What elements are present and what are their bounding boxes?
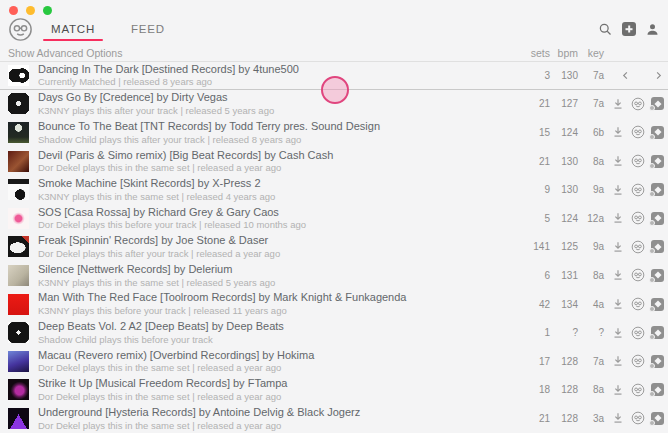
track-title: SOS [Casa Rossa] by Richard Grey & Gary … [38, 206, 510, 220]
sets-count: 5 [510, 213, 550, 224]
track-subtitle: K3NNY plays this in the same set | relea… [38, 191, 510, 202]
track-meta: Bounce To The Beat [TNT Records] by Todd… [38, 120, 510, 145]
album-art [8, 236, 29, 257]
add-box-icon[interactable] [622, 22, 636, 36]
track-row[interactable]: Macau (Revero remix) [Overbind Recording… [0, 347, 668, 376]
add-to-crate-icon[interactable] [651, 126, 664, 139]
track-row[interactable]: Freak [Spinnin' Records] by Joe Stone & … [0, 233, 668, 262]
key-value: 6b [578, 127, 604, 138]
minimize-button[interactable] [26, 6, 35, 15]
search-icon[interactable] [598, 22, 613, 37]
previous-match-icon[interactable] [620, 70, 631, 81]
track-meta: Macau (Revero remix) [Overbind Recording… [38, 349, 510, 374]
bpm-value: 128 [550, 413, 578, 424]
track-row[interactable]: Man With The Red Face [Toolroom Records]… [0, 290, 668, 319]
download-icon[interactable] [611, 411, 625, 425]
track-row[interactable]: Smoke Machine [Skint Records] by X-Press… [0, 175, 668, 204]
app-logo-icon[interactable] [631, 411, 645, 425]
add-to-crate-icon[interactable] [651, 355, 664, 368]
sets-count: 21 [510, 413, 550, 424]
sets-count: 17 [510, 356, 550, 367]
track-subtitle: Dor Dekel plays this before your track |… [38, 219, 510, 230]
tab-feed[interactable]: FEED [127, 14, 169, 44]
app-logo-icon[interactable] [631, 383, 645, 397]
app-logo-icon[interactable] [631, 268, 645, 282]
download-icon[interactable] [611, 183, 625, 197]
add-to-crate-icon[interactable] [651, 298, 664, 311]
header-actions [598, 22, 660, 37]
track-actions [606, 154, 664, 168]
download-icon[interactable] [611, 268, 625, 282]
close-button[interactable] [9, 6, 18, 15]
track-row[interactable]: Dancing In The Dark [Destined Records] b… [0, 61, 668, 90]
profile-icon[interactable] [645, 22, 660, 37]
download-icon[interactable] [611, 383, 625, 397]
track-title: Strike It Up [Musical Freedom Records] b… [38, 377, 510, 391]
app-logo-icon[interactable] [631, 211, 645, 225]
track-actions [606, 240, 664, 254]
track-title: Macau (Revero remix) [Overbind Recording… [38, 349, 510, 363]
titlebar [0, 0, 668, 14]
download-icon[interactable] [611, 240, 625, 254]
bpm-value: 130 [550, 156, 578, 167]
download-icon[interactable] [611, 97, 625, 111]
track-row[interactable]: Days Go By [Credence] by Dirty Vegas K3N… [0, 90, 668, 119]
bpm-value: 124 [550, 127, 578, 138]
add-to-crate-icon[interactable] [651, 97, 664, 110]
download-icon[interactable] [611, 211, 625, 225]
track-row[interactable]: Underground [Hysteria Records] by Antoin… [0, 404, 668, 433]
add-to-crate-icon[interactable] [651, 212, 664, 225]
sets-count: 6 [510, 270, 550, 281]
download-icon[interactable] [611, 154, 625, 168]
app-logo-icon[interactable] [631, 97, 645, 111]
track-subtitle: Shadow Child plays this before your trac… [38, 334, 510, 345]
add-to-crate-icon[interactable] [651, 155, 664, 168]
track-actions [606, 268, 664, 282]
add-to-crate-icon[interactable] [651, 240, 664, 253]
add-to-crate-icon[interactable] [651, 183, 664, 196]
add-to-crate-icon[interactable] [651, 326, 664, 339]
track-actions [606, 211, 664, 225]
add-to-crate-icon[interactable] [651, 412, 664, 425]
track-title: Days Go By [Credence] by Dirty Vegas [38, 91, 510, 105]
key-value: 8a [578, 384, 604, 395]
list-toolbar: Show Advanced Options sets bpm key [0, 44, 668, 61]
download-icon[interactable] [611, 125, 625, 139]
album-art [8, 65, 29, 86]
show-advanced-options-link[interactable]: Show Advanced Options [8, 47, 122, 59]
track-meta: Strike It Up [Musical Freedom Records] b… [38, 377, 510, 402]
track-meta: SOS [Casa Rossa] by Richard Grey & Gary … [38, 206, 510, 231]
album-art [8, 379, 29, 400]
app-logo-icon[interactable] [631, 183, 645, 197]
sets-count: 3 [510, 70, 550, 81]
track-row[interactable]: Bounce To The Beat [TNT Records] by Todd… [0, 118, 668, 147]
track-row[interactable]: Deep Beats Vol. 2 A2 [Deep Beats] by Dee… [0, 318, 668, 347]
track-subtitle: K3NNY plays this in the same set | relea… [38, 277, 510, 288]
app-logo-icon[interactable] [631, 154, 645, 168]
download-icon[interactable] [611, 326, 625, 340]
app-logo-icon[interactable] [631, 354, 645, 368]
track-row[interactable]: Devil (Paris & Simo remix) [Big Beat Rec… [0, 147, 668, 176]
download-icon[interactable] [611, 354, 625, 368]
track-row[interactable]: Strike It Up [Musical Freedom Records] b… [0, 376, 668, 405]
download-icon[interactable] [611, 297, 625, 311]
app-logo-icon[interactable] [631, 297, 645, 311]
app-logo-icon[interactable] [8, 17, 33, 42]
track-actions [606, 383, 664, 397]
track-meta: Smoke Machine [Skint Records] by X-Press… [38, 177, 510, 202]
next-match-icon[interactable] [653, 70, 664, 81]
app-logo-icon[interactable] [631, 240, 645, 254]
tab-match[interactable]: MATCH [47, 14, 99, 44]
app-logo-icon[interactable] [631, 326, 645, 340]
add-to-crate-icon[interactable] [651, 383, 664, 396]
track-meta: Devil (Paris & Simo remix) [Big Beat Rec… [38, 149, 510, 174]
track-title: Underground [Hysteria Records] by Antoin… [38, 406, 510, 420]
track-row[interactable]: SOS [Casa Rossa] by Richard Grey & Gary … [0, 204, 668, 233]
album-art [8, 93, 29, 114]
app-logo-icon[interactable] [631, 125, 645, 139]
add-to-crate-icon[interactable] [651, 269, 664, 282]
bpm-value: 128 [550, 356, 578, 367]
track-row[interactable]: Silence [Nettwerk Records] by Delerium K… [0, 261, 668, 290]
track-title: Freak [Spinnin' Records] by Joe Stone & … [38, 234, 510, 248]
track-subtitle: Dor Dekel plays this in the same set | r… [38, 162, 510, 173]
